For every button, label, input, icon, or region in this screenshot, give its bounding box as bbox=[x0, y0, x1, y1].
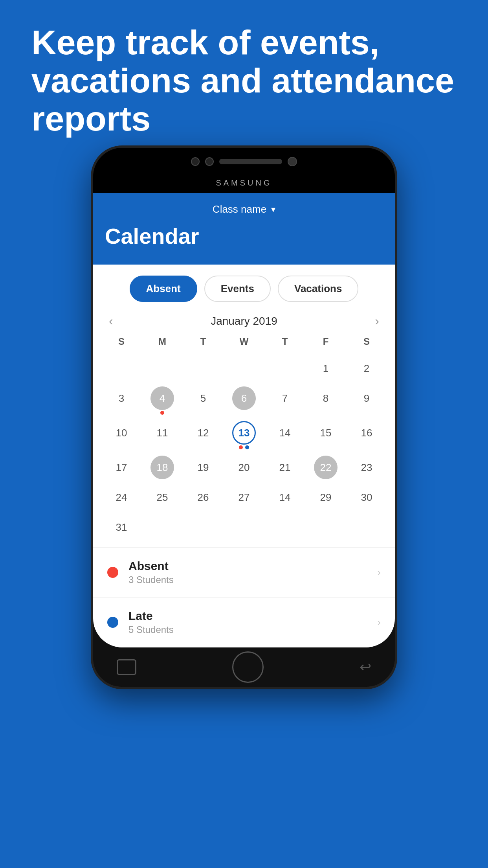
late-list-item[interactable]: Late 5 Students › bbox=[93, 598, 395, 647]
cal-day-1[interactable]: 1 bbox=[314, 357, 338, 380]
home-button[interactable] bbox=[232, 651, 264, 683]
cal-day-24[interactable]: 24 bbox=[110, 485, 133, 509]
cal-day-8[interactable]: 8 bbox=[314, 386, 338, 410]
cal-day-27[interactable]: 27 bbox=[232, 485, 256, 509]
cal-day[interactable] bbox=[150, 357, 174, 380]
day-header-sun: S bbox=[101, 332, 142, 351]
cal-day-9[interactable]: 9 bbox=[355, 386, 378, 410]
cal-day-11[interactable]: 11 bbox=[150, 421, 174, 445]
cal-cell-jan24: 24 bbox=[101, 483, 142, 511]
cal-day[interactable] bbox=[232, 357, 256, 380]
absent-list-item[interactable]: Absent 3 Students › bbox=[93, 548, 395, 598]
class-name-label: Class name bbox=[213, 203, 266, 215]
cal-day-26[interactable]: 26 bbox=[191, 485, 215, 509]
absent-list-content: Absent 3 Students bbox=[128, 559, 367, 585]
cal-day-31[interactable]: 31 bbox=[110, 515, 133, 539]
cal-day-20[interactable]: 20 bbox=[232, 456, 256, 479]
cal-day-empty5 bbox=[314, 515, 338, 539]
late-list-subtitle: 5 Students bbox=[128, 624, 367, 635]
earpiece bbox=[219, 159, 282, 164]
cal-day-19[interactable]: 19 bbox=[191, 456, 215, 479]
cal-day-21[interactable]: 21 bbox=[273, 456, 297, 479]
cal-day-28[interactable]: 14 bbox=[273, 485, 297, 509]
cal-cell-empty bbox=[142, 513, 183, 541]
cal-cell-jan29: 29 bbox=[305, 483, 346, 511]
day-header-sat: S bbox=[346, 332, 387, 351]
cal-cell bbox=[101, 354, 142, 383]
camera-area bbox=[191, 157, 297, 166]
cal-day-23[interactable]: 23 bbox=[355, 456, 378, 479]
cal-cell-jan6: 6 bbox=[224, 384, 264, 417]
cal-cell-jan10: 10 bbox=[101, 419, 142, 452]
late-list-content: Late 5 Students bbox=[128, 609, 367, 635]
cal-cell-jan12: 12 bbox=[183, 419, 224, 452]
cal-cell-jan2: 2 bbox=[346, 354, 387, 383]
calendar-week-4: 17 18 19 20 21 22 23 bbox=[101, 453, 387, 482]
dots-row-4 bbox=[160, 411, 164, 415]
cal-cell-jan13: 13 bbox=[224, 419, 264, 452]
cal-cell-jan16: 16 bbox=[346, 419, 387, 452]
cal-day-3[interactable]: 3 bbox=[110, 386, 133, 410]
late-list-chevron-icon: › bbox=[377, 616, 381, 629]
cal-day[interactable] bbox=[273, 357, 297, 380]
cal-day-12[interactable]: 12 bbox=[191, 421, 215, 445]
cal-cell-jan22: 22 bbox=[305, 453, 346, 482]
cal-day-25[interactable]: 25 bbox=[150, 485, 174, 509]
volume-down-button bbox=[91, 262, 92, 293]
day-header-fri: F bbox=[305, 332, 346, 351]
cal-day-2[interactable]: 2 bbox=[355, 357, 378, 380]
cal-cell-jan17: 17 bbox=[101, 453, 142, 482]
class-name-bar[interactable]: Class name ▾ bbox=[105, 199, 383, 223]
absent-indicator-dot bbox=[107, 567, 118, 578]
cal-day-14[interactable]: 14 bbox=[273, 421, 297, 445]
recent-apps-button[interactable] bbox=[117, 659, 136, 675]
cal-day[interactable] bbox=[110, 357, 133, 380]
cal-day-4[interactable]: 4 bbox=[150, 386, 174, 410]
next-month-button[interactable]: › bbox=[375, 314, 379, 328]
cal-day-17[interactable]: 17 bbox=[110, 456, 133, 479]
cal-day-18[interactable]: 18 bbox=[150, 456, 174, 479]
tab-absent[interactable]: Absent bbox=[130, 276, 197, 302]
cal-day-30[interactable]: 30 bbox=[355, 485, 378, 509]
back-button[interactable]: ↩ bbox=[360, 659, 371, 675]
front-camera-lens bbox=[288, 157, 297, 166]
absent-dot-4 bbox=[160, 411, 164, 415]
cal-day-empty3 bbox=[232, 515, 256, 539]
cal-cell-jan1: 1 bbox=[305, 354, 346, 383]
absent-list-subtitle: 3 Students bbox=[128, 574, 367, 585]
cal-cell-jan19: 19 bbox=[183, 453, 224, 482]
cal-day[interactable] bbox=[191, 357, 215, 380]
power-button bbox=[396, 250, 397, 281]
tab-vacations[interactable]: Vacations bbox=[278, 276, 358, 302]
cal-cell-jan7: 7 bbox=[264, 384, 305, 417]
prev-month-button[interactable]: ‹ bbox=[109, 314, 113, 328]
cal-day-13-today[interactable]: 13 bbox=[232, 421, 256, 445]
cal-cell-jan31: 31 bbox=[101, 513, 142, 541]
samsung-label: SAMSUNG bbox=[93, 175, 395, 193]
cal-day-22[interactable]: 22 bbox=[314, 456, 338, 479]
dots-row-13 bbox=[239, 445, 249, 449]
phone-top-bar bbox=[93, 148, 395, 175]
app-header: Class name ▾ Calendar bbox=[93, 193, 395, 265]
class-dropdown-icon: ▾ bbox=[271, 204, 275, 215]
calendar-grid: S M T W T F S 1 2 bbox=[93, 332, 395, 541]
cal-cell-jan3: 3 bbox=[101, 384, 142, 417]
cal-day-16[interactable]: 16 bbox=[355, 421, 378, 445]
absent-list-title: Absent bbox=[128, 559, 367, 573]
bixby-button bbox=[91, 305, 92, 337]
cal-day-5[interactable]: 5 bbox=[191, 386, 215, 410]
cal-day-10[interactable]: 10 bbox=[110, 421, 133, 445]
tab-events[interactable]: Events bbox=[204, 276, 271, 302]
cal-day-7[interactable]: 7 bbox=[273, 386, 297, 410]
cal-cell bbox=[264, 354, 305, 383]
cal-day-29[interactable]: 29 bbox=[314, 485, 338, 509]
calendar-week-2: 3 4 5 6 7 8 9 bbox=[101, 384, 387, 417]
cal-day-6[interactable]: 6 bbox=[232, 386, 256, 410]
cal-cell-jan23: 23 bbox=[346, 453, 387, 482]
absent-list-chevron-icon: › bbox=[377, 566, 381, 579]
month-year-label: January 2019 bbox=[211, 315, 277, 327]
cal-cell-empty4 bbox=[264, 513, 305, 541]
tab-bar: Absent Events Vacations bbox=[93, 265, 395, 306]
cal-cell-empty6 bbox=[346, 513, 387, 541]
cal-day-15[interactable]: 15 bbox=[314, 421, 338, 445]
